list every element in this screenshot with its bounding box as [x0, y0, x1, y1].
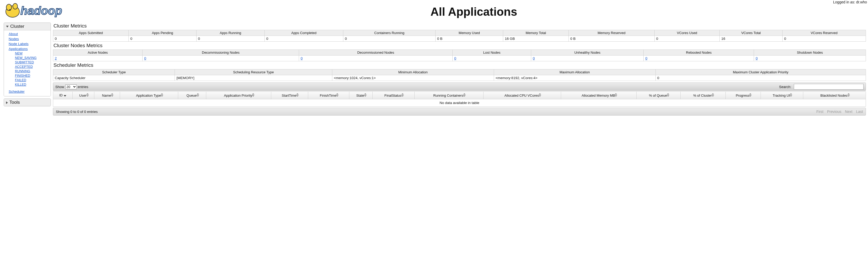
nav-appstate-new[interactable]: NEW: [15, 52, 23, 55]
col-header: Containers Running: [343, 30, 436, 36]
col-header: Rebooted Nodes: [644, 50, 754, 56]
metric-link[interactable]: 0: [645, 56, 647, 60]
col-header: VCores Used: [654, 30, 719, 36]
col-header: Memory Total: [503, 30, 569, 36]
heading-cluster-metrics: Cluster Metrics: [54, 23, 866, 29]
search-input[interactable]: [794, 84, 864, 90]
svg-point-2: [13, 3, 18, 9]
sidebar-panel-cluster: Cluster About Nodes Node Labels Applicat…: [4, 23, 51, 96]
apps-col-header[interactable]: FinishTime: [308, 92, 349, 99]
svg-point-1: [6, 4, 11, 10]
col-header: Apps Pending: [129, 30, 196, 36]
metric-link[interactable]: 0: [454, 56, 456, 60]
metric-cell: 0: [299, 56, 453, 61]
metric-cell: 0: [453, 56, 531, 61]
length-select[interactable]: 102050100: [65, 84, 77, 89]
apps-col-header[interactable]: Tracking UI: [761, 92, 803, 99]
apps-col-header[interactable]: User: [72, 92, 94, 99]
col-header: Lost Nodes: [453, 50, 531, 56]
table-cluster-metrics: Apps SubmittedApps PendingApps RunningAp…: [53, 30, 866, 42]
apps-col-header[interactable]: Name: [94, 92, 120, 99]
metric-cell: 0: [143, 56, 299, 61]
chevron-down-icon: [6, 26, 9, 28]
datatable-toolbar: Show 102050100 entries Search:: [53, 82, 866, 91]
apps-col-header[interactable]: Progress: [726, 92, 761, 99]
logged-in-text: Logged in as: dr.who: [833, 0, 867, 4]
nav-node-labels[interactable]: Node Labels: [9, 42, 29, 46]
apps-col-header[interactable]: % of Queue: [637, 92, 681, 99]
metric-link[interactable]: 0: [144, 56, 146, 60]
search-control: Search:: [779, 84, 864, 90]
col-header: Maximum Allocation: [494, 69, 655, 75]
apps-col-header[interactable]: FinalStatus: [372, 92, 414, 99]
col-header: Apps Submitted: [53, 30, 129, 36]
nav-applications[interactable]: Applications: [9, 47, 28, 51]
apps-col-header[interactable]: Running Containers: [414, 92, 483, 99]
metric-cell: 0: [343, 36, 436, 42]
apps-col-header[interactable]: Queue: [178, 92, 206, 99]
apps-col-header[interactable]: ID: [53, 92, 72, 99]
metric-cell: 16 GB: [503, 36, 569, 42]
nav-appstate-killed[interactable]: KILLED: [15, 83, 26, 87]
sidebar-header-cluster[interactable]: Cluster: [4, 23, 51, 30]
apps-col-header[interactable]: % of Cluster: [680, 92, 725, 99]
chevron-right-icon: [6, 101, 8, 104]
paginate-next[interactable]: Next: [845, 109, 852, 114]
col-header: Active Nodes: [53, 50, 143, 56]
nav-appstate-new_saving[interactable]: NEW_SAVING: [15, 56, 36, 60]
metric-cell: 2: [53, 56, 143, 61]
applications-table: IDUserNameApplication TypeQueueApplicati…: [53, 92, 866, 107]
metric-cell: 0: [129, 36, 196, 42]
col-header: Scheduling Resource Type: [175, 69, 332, 75]
apps-col-header[interactable]: Application Priority: [206, 92, 271, 99]
paginate-first[interactable]: First: [816, 109, 824, 114]
table-cluster-nodes-metrics: Active NodesDecommissioning NodesDecommi…: [53, 49, 866, 61]
apps-col-header[interactable]: Allocated Memory MB: [561, 92, 637, 99]
nav-appstate-accepted[interactable]: ACCEPTED: [15, 65, 33, 69]
apps-col-header[interactable]: Blacklisted Nodes: [803, 92, 866, 99]
metric-cell: 0 B: [568, 36, 654, 42]
nav-appstate-finished[interactable]: FINISHED: [15, 74, 30, 77]
metric-cell: <memory:8192, vCores:4>: [494, 75, 655, 81]
col-header: Apps Completed: [265, 30, 343, 36]
sidebar-header-tools[interactable]: Tools: [4, 99, 51, 106]
datatable-footer: Showing 0 to 0 of 0 entries First Previo…: [53, 108, 866, 115]
empty-row: No data available in table: [53, 99, 866, 107]
col-header: Minimum Allocation: [332, 69, 494, 75]
nav-nodes[interactable]: Nodes: [9, 37, 19, 41]
col-header: Unhealthy Nodes: [531, 50, 644, 56]
metric-cell: 0 B: [435, 36, 503, 42]
metric-cell: 0: [53, 36, 129, 42]
heading-scheduler-metrics: Scheduler Metrics: [54, 62, 866, 68]
col-header: Apps Running: [196, 30, 265, 36]
metric-cell: 0: [531, 56, 644, 61]
metric-link[interactable]: 0: [755, 56, 758, 60]
metric-link[interactable]: 0: [301, 56, 303, 60]
col-header: VCores Reserved: [782, 30, 866, 36]
paginate-previous[interactable]: Previous: [827, 109, 841, 114]
col-header: Scheduler Type: [53, 69, 175, 75]
metric-cell: 0: [754, 56, 866, 61]
metric-link[interactable]: 2: [55, 56, 57, 60]
apps-col-header[interactable]: State: [349, 92, 372, 99]
metric-link[interactable]: 0: [533, 56, 535, 60]
nav-scheduler[interactable]: Scheduler: [9, 90, 25, 94]
col-header: Shutdown Nodes: [754, 50, 866, 56]
apps-col-header[interactable]: Allocated CPU VCores: [483, 92, 561, 99]
paginate-last[interactable]: Last: [856, 109, 863, 114]
hadoop-logo[interactable]: hadoop: [0, 0, 80, 21]
length-control: Show 102050100 entries: [55, 84, 88, 89]
apps-col-header[interactable]: Application Type: [120, 92, 178, 99]
apps-col-header[interactable]: StartTime: [271, 92, 308, 99]
col-header: Memory Reserved: [568, 30, 654, 36]
metric-cell: Capacity Scheduler: [53, 75, 175, 81]
metric-cell: 16: [720, 36, 782, 42]
svg-point-3: [9, 9, 11, 11]
svg-text:hadoop: hadoop: [21, 4, 62, 17]
nav-about[interactable]: About: [9, 32, 18, 36]
nav-appstate-submitted[interactable]: SUBMITTED: [15, 61, 34, 64]
nav-appstate-running[interactable]: RUNNING: [15, 69, 30, 73]
metric-cell: <memory:1024, vCores:1>: [332, 75, 494, 81]
nav-appstate-failed[interactable]: FAILED: [15, 78, 26, 82]
col-header: Maximum Cluster Application Priority: [655, 69, 866, 75]
